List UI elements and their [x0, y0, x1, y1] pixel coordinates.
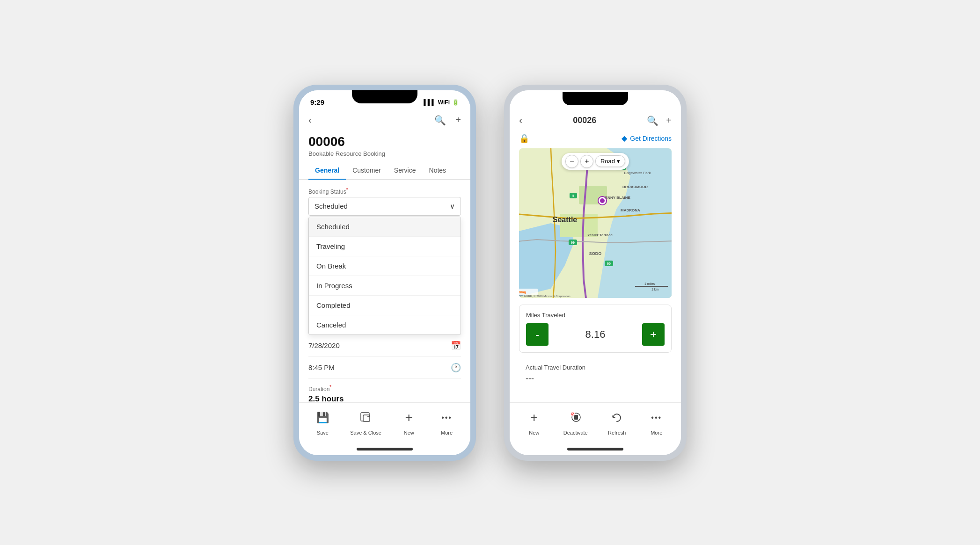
miles-stepper: - 8.16 + [526, 323, 665, 346]
phone-left: 9:29 ▌▌▌ WiFi 🔋 ‹ 🔍 + 00006 [293, 85, 476, 461]
duration-value: 2.5 hours [308, 394, 461, 402]
travel-duration-value: --- [526, 374, 665, 384]
dropdown-item-scheduled[interactable]: Scheduled [309, 217, 461, 237]
nav-icons-left: 🔍 + [434, 115, 461, 126]
svg-text:Yesler Terrace: Yesler Terrace [587, 233, 613, 237]
search-icon-right[interactable]: 🔍 [647, 115, 658, 126]
bottom-bar-left: 💾 Save Save & Close [299, 402, 470, 445]
back-icon-right[interactable]: ‹ [519, 115, 522, 127]
signal-icon: ▌▌▌ [424, 99, 436, 106]
deactivate-icon [565, 407, 586, 428]
lock-bar: 🔒 ◆ Get Directions [510, 131, 681, 146]
phone-right: ‹ 00026 🔍 + 🔒 ◆ Get Directions [504, 85, 687, 461]
tab-notes[interactable]: Notes [423, 162, 453, 180]
map-zoom-out-button[interactable]: − [565, 155, 578, 168]
save-button[interactable]: 💾 Save [312, 407, 333, 436]
form-area: Booking Status* Scheduled ∨ Scheduled Tr… [299, 180, 470, 402]
calendar-icon: 📅 [451, 341, 461, 351]
travel-duration-label: Actual Travel Duration [526, 364, 665, 371]
svg-text:SODO: SODO [589, 251, 602, 256]
svg-rect-33 [574, 415, 578, 420]
svg-text:BROADMOOR: BROADMOOR [622, 185, 648, 189]
search-icon[interactable]: 🔍 [434, 115, 446, 126]
new-icon-left: + [399, 407, 419, 428]
dropdown-item-canceled[interactable]: Canceled [309, 315, 461, 334]
booking-status-label: Booking Status* [308, 187, 461, 195]
get-directions-label: Get Directions [630, 135, 672, 142]
svg-rect-1 [363, 415, 370, 421]
time-row[interactable]: 8:45 PM 🕐 [308, 357, 461, 379]
more-button-left[interactable]: ••• More [437, 407, 457, 436]
bottom-bar-right: + New Deactiv [510, 402, 681, 445]
deactivate-button[interactable]: Deactivate [563, 407, 588, 436]
chevron-down-icon: ∨ [450, 202, 455, 211]
map-svg: 5 99 90 520 PORTAGE BAY Edgewater Park B… [519, 148, 672, 298]
dropdown-item-completed[interactable]: Completed [309, 296, 461, 315]
map-container: 5 99 90 520 PORTAGE BAY Edgewater Park B… [519, 148, 672, 298]
scene: 9:29 ▌▌▌ WiFi 🔋 ‹ 🔍 + 00006 [275, 66, 705, 480]
new-icon-right: + [524, 407, 544, 428]
phone-right-screen: ‹ 00026 🔍 + 🔒 ◆ Get Directions [510, 90, 681, 455]
get-directions-button[interactable]: ◆ Get Directions [622, 134, 672, 143]
date-row[interactable]: 7/28/2020 📅 [308, 335, 461, 357]
dropdown-item-on-break[interactable]: On Break [309, 256, 461, 276]
tab-general[interactable]: General [308, 162, 346, 180]
booking-status-value: Scheduled [314, 202, 348, 210]
home-indicator-right [567, 448, 623, 451]
phone-left-screen: 9:29 ▌▌▌ WiFi 🔋 ‹ 🔍 + 00006 [299, 90, 470, 455]
svg-text:Seattle: Seattle [553, 216, 578, 224]
notch-left [352, 90, 417, 103]
add-icon-right[interactable]: + [666, 115, 672, 126]
svg-text:5: 5 [572, 194, 574, 197]
tab-customer[interactable]: Customer [346, 162, 388, 180]
nav-bar-right: ‹ 00026 🔍 + [510, 111, 681, 131]
more-button-right[interactable]: ••• More [646, 407, 667, 436]
more-label-right: More [651, 430, 662, 436]
new-label-left: New [404, 430, 414, 436]
refresh-button[interactable]: Refresh [607, 407, 627, 436]
more-icon-left: ••• [437, 407, 457, 428]
directions-icon: ◆ [622, 134, 627, 143]
more-label-left: More [441, 430, 453, 436]
miles-section: Miles Traveled - 8.16 + [519, 305, 672, 353]
record-id-right: 00026 [522, 116, 647, 125]
booking-status-select[interactable]: Scheduled ∨ [308, 197, 461, 216]
battery-icon: 🔋 [452, 99, 459, 106]
dropdown-item-traveling[interactable]: Traveling [309, 237, 461, 256]
svg-point-25 [600, 198, 605, 203]
svg-text:MADRONA: MADRONA [621, 208, 640, 212]
status-bar-right [510, 90, 681, 111]
content-spacer-right [510, 390, 681, 402]
svg-text:Edgewater Park: Edgewater Park [624, 171, 651, 175]
back-icon[interactable]: ‹ [308, 115, 312, 125]
map-type-button[interactable]: Road ▾ [595, 155, 625, 167]
lock-icon: 🔒 [519, 133, 529, 144]
miles-plus-button[interactable]: + [642, 323, 665, 346]
map-type-chevron: ▾ [617, 158, 620, 165]
save-close-icon [356, 407, 376, 428]
miles-value: 8.16 [549, 328, 642, 341]
dropdown-item-in-progress[interactable]: In Progress [309, 276, 461, 296]
save-close-button[interactable]: Save & Close [350, 407, 381, 436]
map-type-label: Road [600, 158, 615, 165]
miles-label: Miles Traveled [526, 312, 665, 319]
save-label: Save [317, 430, 329, 436]
nav-icons-right: 🔍 + [647, 115, 672, 126]
add-icon[interactable]: + [455, 115, 461, 126]
status-time: 9:29 [310, 98, 324, 106]
svg-text:1 km: 1 km [651, 288, 658, 291]
tab-service[interactable]: Service [388, 162, 423, 180]
svg-text:99: 99 [571, 241, 575, 244]
travel-duration-section: Actual Travel Duration --- [519, 359, 672, 388]
svg-text:90: 90 [607, 262, 611, 265]
nav-bar-left: ‹ 🔍 + [299, 111, 470, 130]
svg-text:1 miles: 1 miles [644, 282, 655, 285]
map-zoom-in-button[interactable]: + [580, 155, 593, 168]
new-button-left[interactable]: + New [399, 407, 419, 436]
refresh-label: Refresh [608, 430, 626, 436]
svg-text:b Bing: b Bing [519, 291, 526, 294]
new-button-right[interactable]: + New [524, 407, 544, 436]
more-icon-right: ••• [646, 407, 667, 428]
wifi-icon: WiFi [438, 99, 450, 106]
miles-minus-button[interactable]: - [526, 323, 549, 346]
